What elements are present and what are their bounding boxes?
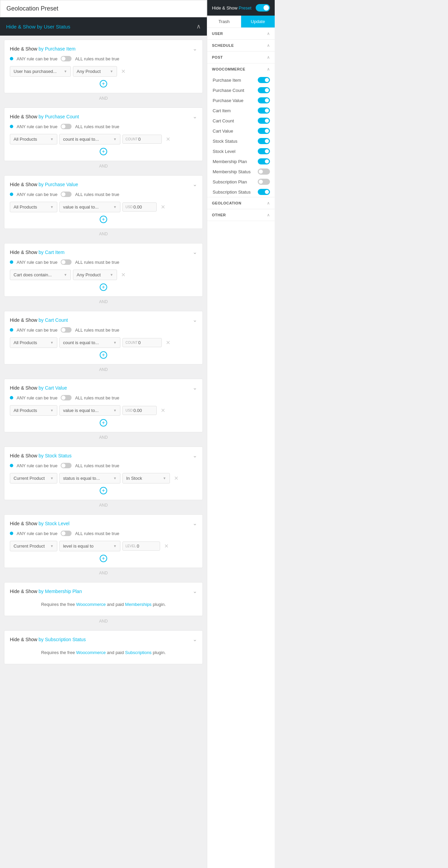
cart-value-toggle[interactable] — [61, 395, 72, 400]
cart-value-remove[interactable]: ✕ — [159, 407, 167, 414]
sidebar-preset-toggle[interactable] — [256, 4, 270, 12]
sidebar-other-header[interactable]: OTHER ∧ — [207, 209, 275, 221]
purchase-count-select2[interactable]: count is equal to... ▼ — [59, 134, 120, 144]
purchase-item-add-btn[interactable]: + — [100, 80, 107, 87]
cart-count-select2[interactable]: count is equal to... ▼ — [59, 337, 120, 348]
stock-level-select2[interactable]: level is equal to ▼ — [59, 541, 120, 551]
chevron-down-icon: ▼ — [64, 273, 67, 277]
woocommerce-link[interactable]: Woocommerce — [76, 602, 106, 607]
purchase-count-chevron[interactable]: ⌄ — [193, 113, 197, 120]
sidebar-purchase-value-toggle[interactable] — [258, 97, 270, 103]
sidebar-woocommerce-header[interactable]: WOOCOMMERCE ∧ — [207, 63, 275, 75]
purchase-value-remove[interactable]: ✕ — [159, 203, 167, 211]
purchase-value-input-wrap: USD — [122, 202, 157, 212]
sidebar-membership-plan-toggle[interactable] — [258, 158, 270, 164]
cart-item-select1[interactable]: Cart does contain... ▼ — [10, 270, 71, 280]
membership-plan-chevron[interactable]: ⌄ — [193, 588, 197, 594]
trash-button[interactable]: Trash — [207, 16, 241, 27]
cart-value-select2[interactable]: value is equal to... ▼ — [59, 405, 120, 416]
cart-count-toggle[interactable] — [61, 327, 72, 333]
sidebar-cart-value-toggle[interactable] — [258, 128, 270, 134]
cart-count-add-btn[interactable]: + — [100, 351, 107, 359]
purchase-count-input-label: COUNT — [125, 137, 138, 141]
sidebar-subscription-plan-toggle[interactable] — [258, 179, 270, 185]
purchase-count-input[interactable] — [138, 137, 159, 142]
purchase-value-select2[interactable]: value is equal to... ▼ — [59, 202, 120, 212]
cart-count-remove[interactable]: ✕ — [164, 339, 172, 347]
cart-value-add-btn[interactable]: + — [100, 419, 107, 427]
sidebar-stock-level-toggle[interactable] — [258, 148, 270, 154]
purchase-item-select1[interactable]: User has purchased... ▼ — [10, 66, 71, 77]
purchase-value-chevron[interactable]: ⌄ — [193, 181, 197, 188]
purchase-count-toggle[interactable] — [61, 124, 72, 129]
sidebar-cart-count-toggle[interactable] — [258, 118, 270, 124]
sidebar-schedule-chevron: ∧ — [267, 43, 270, 48]
purchase-value-toggle[interactable] — [61, 192, 72, 197]
cart-item-add-btn[interactable]: + — [100, 283, 107, 291]
and-divider-7: AND — [0, 500, 207, 510]
cart-count-chevron[interactable]: ⌄ — [193, 317, 197, 323]
sidebar-subscription-status-toggle[interactable] — [258, 189, 270, 195]
cart-count-input[interactable] — [138, 340, 159, 345]
stock-status-rule-row: ANY rule can be true ALL rules must be t… — [10, 463, 197, 468]
cart-item-select2[interactable]: Any Product ▼ — [73, 270, 117, 280]
stock-level-toggle[interactable] — [61, 531, 72, 536]
purchase-item-title: Hide & Show by Purchase Item ⌄ — [10, 45, 197, 52]
sidebar-purchase-item-toggle[interactable] — [258, 77, 270, 83]
purchase-count-rule-row: ANY rule can be true ALL rules must be t… — [10, 124, 197, 129]
sidebar-geolocation-header[interactable]: GEOLOCATION ∧ — [207, 197, 275, 209]
purchase-value-select1[interactable]: All Products ▼ — [10, 202, 57, 212]
sidebar-membership-status-label: Membership Status — [213, 169, 251, 174]
stock-status-add-btn[interactable]: + — [100, 487, 107, 494]
chevron-down-icon: ▼ — [113, 409, 117, 412]
sidebar-cart-item-toggle[interactable] — [258, 107, 270, 114]
subscriptions-link[interactable]: Subscriptions — [125, 650, 152, 655]
stock-status-remove[interactable]: ✕ — [172, 474, 180, 482]
woocommerce-link2[interactable]: Woocommerce — [76, 650, 106, 655]
purchase-item-chevron[interactable]: ⌄ — [193, 45, 197, 52]
sidebar-stock-status-toggle[interactable] — [258, 138, 270, 144]
stock-level-chevron[interactable]: ⌄ — [193, 520, 197, 527]
user-status-chevron[interactable]: ∧ — [196, 23, 201, 30]
stock-level-input[interactable] — [137, 544, 157, 549]
stock-status-toggle[interactable] — [61, 463, 72, 468]
sidebar-other-label: OTHER — [212, 213, 226, 217]
subscription-status-chevron[interactable]: ⌄ — [193, 636, 197, 643]
stock-level-select1[interactable]: Current Product ▼ — [10, 541, 57, 551]
stock-status-select1[interactable]: Current Product ▼ — [10, 473, 57, 484]
cart-item-remove[interactable]: ✕ — [119, 271, 128, 279]
purchase-value-input[interactable] — [133, 204, 154, 210]
cart-item-chevron[interactable]: ⌄ — [193, 249, 197, 255]
purchase-item-select2[interactable]: Any Product ▼ — [73, 66, 117, 77]
stock-level-add-btn[interactable]: + — [100, 555, 107, 562]
memberships-link[interactable]: Memberships — [125, 602, 152, 607]
cart-count-select1[interactable]: All Products ▼ — [10, 337, 57, 348]
and-divider-5: AND — [0, 364, 207, 375]
cart-value-input-wrap: USD — [122, 406, 157, 415]
purchase-value-title: Hide & Show by Purchase Value ⌄ — [10, 181, 197, 188]
sidebar-purchase-count-toggle[interactable] — [258, 87, 270, 93]
sidebar-post-header[interactable]: POST ∧ — [207, 52, 275, 63]
sidebar-membership-status-toggle[interactable] — [258, 169, 270, 175]
stock-level-remove[interactable]: ✕ — [162, 542, 171, 550]
purchase-item-toggle[interactable] — [61, 56, 72, 61]
cart-value-chevron[interactable]: ⌄ — [193, 384, 197, 391]
update-button[interactable]: Update — [241, 16, 275, 27]
stock-status-select3-val: In Stock — [126, 476, 142, 481]
sidebar-schedule-header[interactable]: SCHEDULE ∧ — [207, 40, 275, 51]
purchase-count-select1[interactable]: All Products ▼ — [10, 134, 57, 144]
stock-status-select3[interactable]: In Stock ▼ — [122, 473, 170, 484]
sidebar-user-header[interactable]: USER ∧ — [207, 28, 275, 39]
cart-item-select1-val: Cart does contain... — [14, 272, 52, 277]
user-status-header: Hide & Show by User Status ∧ — [0, 17, 207, 36]
purchase-item-remove[interactable]: ✕ — [119, 67, 128, 75]
purchase-count-remove[interactable]: ✕ — [164, 135, 172, 143]
purchase-value-add-btn[interactable]: + — [100, 216, 107, 223]
purchase-count-add-btn[interactable]: + — [100, 148, 107, 155]
cart-value-input[interactable] — [133, 408, 154, 413]
stock-status-select2[interactable]: status is equal to... ▼ — [59, 473, 120, 484]
stock-status-chevron[interactable]: ⌄ — [193, 452, 197, 459]
purchase-count-title: Hide & Show by Purchase Count ⌄ — [10, 113, 197, 120]
cart-item-toggle[interactable] — [61, 259, 72, 265]
cart-value-select1[interactable]: All Products ▼ — [10, 405, 57, 416]
